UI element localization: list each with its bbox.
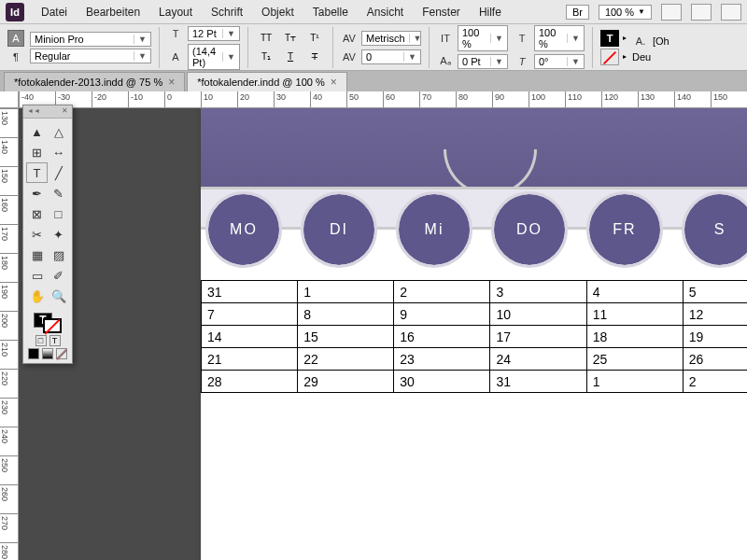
gradient-feather-tool[interactable]: ▨ <box>48 245 69 265</box>
calendar-cell[interactable]: 28 <box>202 371 298 393</box>
type-tool[interactable]: T <box>26 162 48 183</box>
menu-tabelle[interactable]: Tabelle <box>303 2 358 22</box>
bridge-button[interactable]: Br <box>566 5 589 20</box>
horizontal-ruler[interactable]: -40-30-20-100102030405060708090100110120… <box>19 91 747 108</box>
calendar-cell[interactable]: 12 <box>683 303 747 326</box>
font-size-input[interactable]: 12 Pt▼ <box>188 26 240 41</box>
calendar-cell[interactable]: 22 <box>298 348 394 371</box>
arrange-icon[interactable] <box>721 4 741 21</box>
apply-color-icon[interactable] <box>28 348 39 359</box>
hand-tool[interactable]: ✋ <box>26 286 48 306</box>
screen-mode-icon[interactable] <box>691 4 712 21</box>
calendar-cell[interactable]: 15 <box>298 326 394 348</box>
calendar-cell[interactable]: 1 <box>586 371 683 393</box>
stroke-swatch[interactable] <box>600 49 619 65</box>
free-transform-tool[interactable]: ✦ <box>48 224 69 245</box>
calendar-cell[interactable]: 31 <box>202 281 298 303</box>
menu-datei[interactable]: Datei <box>32 2 77 22</box>
tools-panel[interactable]: ▲ △ ⊞ ↔ T ╱ ✒ ✎ ⊠ □ ✂ ✦ ▦ ▨ ▭ ✐ ✋ 🔍 T □T <box>22 105 73 364</box>
zoom-tool[interactable]: 🔍 <box>48 286 69 306</box>
calendar-cell[interactable]: 2 <box>394 281 490 303</box>
selection-tool[interactable]: ▲ <box>26 121 48 142</box>
format-text-icon[interactable]: T <box>49 335 61 346</box>
calendar-cell[interactable]: 14 <box>202 326 298 348</box>
lang-select[interactable]: Deu <box>632 51 651 63</box>
ruler-origin[interactable] <box>0 91 19 108</box>
pencil-tool[interactable]: ✎ <box>48 183 69 203</box>
calendar-cell[interactable]: 18 <box>586 326 683 348</box>
panel-header[interactable] <box>23 105 72 119</box>
allcaps-icon[interactable]: TT <box>256 30 276 47</box>
calendar-cell[interactable]: 16 <box>394 326 490 348</box>
note-tool[interactable]: ▭ <box>26 265 48 286</box>
underline-icon[interactable]: T <box>280 49 301 65</box>
menu-hilfe[interactable]: Hilfe <box>470 2 511 22</box>
calendar-table[interactable]: 3112345789101112141516171819212223242526… <box>201 280 747 393</box>
document-page[interactable]: MODIMiDOFRS 3112345789101112141516171819… <box>201 108 747 560</box>
superscript-icon[interactable]: T¹ <box>304 30 325 47</box>
calendar-cell[interactable]: 29 <box>298 371 394 393</box>
close-icon[interactable]: × <box>168 76 175 89</box>
subscript-icon[interactable]: T₁ <box>256 49 276 65</box>
page-tool[interactable]: ⊞ <box>26 142 48 162</box>
leading-input[interactable]: (14,4 Pt)▼ <box>188 44 240 70</box>
menu-bearbeiten[interactable]: Bearbeiten <box>77 2 149 22</box>
skew-input[interactable]: 0°▼ <box>534 54 585 69</box>
calendar-cell[interactable]: 9 <box>394 303 490 326</box>
kerning-input[interactable]: Metrisch▼ <box>361 31 421 46</box>
doc-tab-2[interactable]: *fotokalender.indd @ 100 %× <box>187 72 347 91</box>
calendar-cell[interactable]: 24 <box>490 348 586 371</box>
calendar-cell[interactable]: 23 <box>394 348 490 371</box>
fill-swatch[interactable]: T <box>600 30 619 47</box>
tracking-input[interactable]: 0▼ <box>361 49 421 64</box>
line-tool[interactable]: ╱ <box>48 162 69 183</box>
vscale-input[interactable]: 100 %▼ <box>458 25 508 51</box>
char-style[interactable]: [Oh <box>653 35 669 47</box>
calendar-cell[interactable]: 4 <box>586 281 683 303</box>
direct-selection-tool[interactable]: △ <box>48 121 69 142</box>
font-select[interactable]: Minion Pro▼ <box>30 32 151 47</box>
menu-ansicht[interactable]: Ansicht <box>358 2 413 22</box>
doc-tab-1[interactable]: *fotokalender-2013.indd @ 75 %× <box>4 72 185 91</box>
smallcaps-icon[interactable]: Tᴛ <box>280 30 301 47</box>
calendar-cell[interactable]: 21 <box>202 348 298 371</box>
calendar-cell[interactable]: 3 <box>490 281 586 303</box>
apply-none-icon[interactable] <box>56 348 67 359</box>
calendar-cell[interactable]: 25 <box>586 348 683 371</box>
vertical-ruler[interactable]: 1301401501601701801902002102202302402502… <box>0 108 19 560</box>
calendar-cell[interactable]: 10 <box>490 303 586 326</box>
menu-schrift[interactable]: Schrift <box>202 2 252 22</box>
calendar-cell[interactable]: 19 <box>683 326 747 348</box>
rectangle-tool[interactable]: □ <box>48 203 69 224</box>
calendar-cell[interactable]: 8 <box>298 303 394 326</box>
calendar-cell[interactable]: 7 <box>202 303 298 326</box>
menu-fenster[interactable]: Fenster <box>413 2 470 22</box>
calendar-cell[interactable]: 17 <box>490 326 586 348</box>
gap-tool[interactable]: ↔ <box>48 142 69 162</box>
calendar-cell[interactable]: 2 <box>683 371 747 393</box>
view-mode-icon[interactable] <box>661 4 682 21</box>
apply-gradient-icon[interactable] <box>42 348 53 359</box>
menu-objekt[interactable]: Objekt <box>252 2 303 22</box>
menu-layout[interactable]: Layout <box>149 2 202 22</box>
strike-icon[interactable]: T̶ <box>304 49 325 65</box>
format-container-icon[interactable]: □ <box>35 335 47 346</box>
font-style-select[interactable]: Regular▼ <box>30 49 151 63</box>
para-format-icon[interactable]: ¶ <box>7 49 24 65</box>
calendar-cell[interactable]: 5 <box>683 281 747 303</box>
calendar-cell[interactable]: 26 <box>683 348 747 371</box>
calendar-cell[interactable]: 31 <box>490 371 586 393</box>
calendar-cell[interactable]: 30 <box>394 371 490 393</box>
gradient-swatch-tool[interactable]: ▦ <box>26 245 48 265</box>
rectangle-frame-tool[interactable]: ⊠ <box>26 203 48 224</box>
baseline-input[interactable]: 0 Pt▼ <box>458 54 508 69</box>
canvas[interactable]: MODIMiDOFRS 3112345789101112141516171819… <box>19 108 747 560</box>
pen-tool[interactable]: ✒ <box>26 183 48 203</box>
calendar-cell[interactable]: 1 <box>298 281 394 303</box>
eyedropper-tool[interactable]: ✐ <box>48 265 69 286</box>
zoom-select[interactable]: 100 %▼ <box>599 5 652 20</box>
hscale-input[interactable]: 100 %▼ <box>534 25 585 51</box>
scissors-tool[interactable]: ✂ <box>26 224 48 245</box>
char-format-icon[interactable]: A <box>7 30 24 47</box>
calendar-cell[interactable]: 11 <box>586 303 683 326</box>
